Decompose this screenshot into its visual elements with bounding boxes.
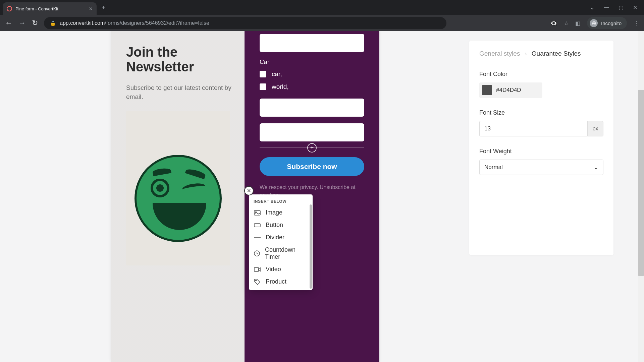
browser-tab-strip: Pine form - ConvertKit × + ⌄ — ▢ ✕	[0, 0, 644, 15]
insert-menu-header: INSERT BELOW	[249, 194, 313, 206]
text-input-1[interactable]	[260, 34, 364, 52]
address-bar[interactable]: 🔒 app.convertkit.com/forms/designers/564…	[44, 17, 446, 29]
menu-item-label: Button	[266, 222, 283, 229]
insert-menu: INSERT BELOW Image Button Divider	[249, 194, 313, 290]
hero-image[interactable]	[126, 111, 230, 265]
incognito-indicator[interactable]: 🕶 Incognito	[587, 17, 627, 29]
tag-icon	[254, 279, 261, 285]
form-card: Join the Newsletter Subscribe to get our…	[111, 31, 379, 362]
menu-item-label: Image	[266, 209, 282, 216]
menu-item-label: Divider	[266, 234, 284, 241]
form-heading[interactable]: Join the Newsletter	[126, 45, 233, 74]
chevron-right-icon: ›	[525, 50, 527, 57]
insert-item-image[interactable]: Image	[249, 206, 313, 219]
chevron-down-icon: ⌄	[594, 164, 598, 171]
svg-rect-5	[254, 267, 259, 272]
browser-tab[interactable]: Pine form - ConvertKit ×	[3, 2, 97, 15]
smiley-illustration	[135, 155, 222, 242]
divider-icon	[254, 237, 261, 238]
checkbox-label: world,	[272, 83, 289, 90]
favicon-icon	[7, 6, 12, 11]
button-icon	[254, 223, 261, 227]
incognito-icon: 🕶	[590, 19, 598, 27]
breadcrumb-parent[interactable]: General styles	[479, 50, 520, 57]
form-right-pane: Car car, world, + Subscribe now We respe	[245, 31, 379, 362]
svg-point-6	[256, 280, 257, 281]
font-weight-label: Font Weight	[479, 148, 603, 155]
insert-item-button[interactable]: Button	[249, 219, 313, 231]
new-tab-button[interactable]: +	[102, 4, 106, 11]
text-input-2[interactable]	[260, 99, 364, 117]
checkbox-row[interactable]: car,	[260, 70, 364, 78]
page-body: Join the Newsletter Subscribe to get our…	[0, 31, 644, 362]
font-size-field: px	[479, 121, 603, 136]
incognito-label: Incognito	[601, 20, 622, 26]
insert-item-product[interactable]: Product	[249, 276, 313, 288]
hex-value: #4D4D4D	[496, 87, 521, 94]
forward-button[interactable]: →	[18, 19, 26, 27]
style-sidebar: General styles › Guarantee Styles Font C…	[469, 41, 613, 255]
font-weight-select[interactable]: Normal ⌄	[479, 160, 603, 175]
reload-button[interactable]: ↻	[32, 19, 38, 27]
tab-title: Pine form - ConvertKit	[15, 6, 86, 11]
back-button[interactable]: ←	[5, 19, 12, 27]
page-scrollbar[interactable]	[638, 31, 644, 362]
menu-item-label: Video	[266, 266, 281, 273]
checkbox-row[interactable]: world,	[260, 83, 364, 90]
checkbox-icon[interactable]	[260, 83, 266, 90]
breadcrumb-current: Guarantee Styles	[532, 50, 581, 57]
breadcrumb: General styles › Guarantee Styles	[479, 50, 603, 57]
menu-item-label: Countdown Timer	[265, 246, 308, 260]
svg-rect-2	[254, 224, 260, 227]
add-element-button[interactable]: +	[307, 143, 317, 153]
insert-item-divider[interactable]: Divider	[249, 231, 313, 244]
menu-item-label: Product	[266, 278, 286, 285]
window-close-icon[interactable]: ✕	[633, 4, 637, 11]
color-swatch	[482, 85, 492, 95]
select-value: Normal	[484, 164, 503, 171]
insert-item-video[interactable]: Video	[249, 263, 313, 276]
form-subtitle[interactable]: Subscribe to get our latest content by e…	[126, 83, 233, 101]
menu-icon[interactable]: ⋮	[634, 20, 639, 26]
checkbox-label: car,	[272, 70, 282, 78]
subscribe-button[interactable]: Subscribe now	[260, 157, 364, 176]
svg-rect-0	[254, 210, 260, 215]
insert-divider: +	[260, 147, 364, 148]
scrollbar-thumb[interactable]	[638, 90, 644, 276]
color-picker[interactable]: #4D4D4D	[479, 82, 542, 98]
window-minimize-icon[interactable]: —	[604, 4, 609, 11]
window-controls: ⌄ — ▢ ✕	[590, 4, 644, 11]
insert-item-countdown[interactable]: Countdown Timer	[249, 244, 313, 263]
video-icon	[254, 267, 261, 272]
lock-icon: 🔒	[50, 20, 56, 26]
url-text: app.convertkit.com/forms/designers/56469…	[60, 20, 209, 26]
side-panel-icon[interactable]: ◧	[575, 20, 580, 26]
text-input-3[interactable]	[260, 123, 364, 141]
eye-off-icon[interactable]: 👁‍🗨	[550, 20, 557, 26]
font-color-label: Font Color	[479, 71, 603, 78]
editor-canvas: Join the Newsletter Subscribe to get our…	[31, 31, 460, 362]
popup-scrollbar[interactable]	[310, 204, 312, 289]
image-icon	[254, 210, 261, 216]
font-size-input[interactable]	[479, 121, 587, 136]
font-size-label: Font Size	[479, 109, 603, 116]
clock-icon	[254, 250, 260, 256]
tab-close-icon[interactable]: ×	[89, 5, 93, 12]
checkbox-icon[interactable]	[260, 71, 266, 77]
close-popup-button[interactable]: ✕	[244, 186, 254, 195]
bookmark-icon[interactable]: ☆	[564, 20, 569, 26]
browser-toolbar: ← → ↻ 🔒 app.convertkit.com/forms/designe…	[0, 15, 644, 31]
checkbox-group-label[interactable]: Car	[260, 59, 364, 66]
font-size-unit: px	[587, 121, 603, 136]
form-left-pane: Join the Newsletter Subscribe to get our…	[111, 31, 245, 362]
window-maximize-icon[interactable]: ▢	[619, 4, 624, 11]
chevron-down-icon[interactable]: ⌄	[590, 4, 594, 11]
